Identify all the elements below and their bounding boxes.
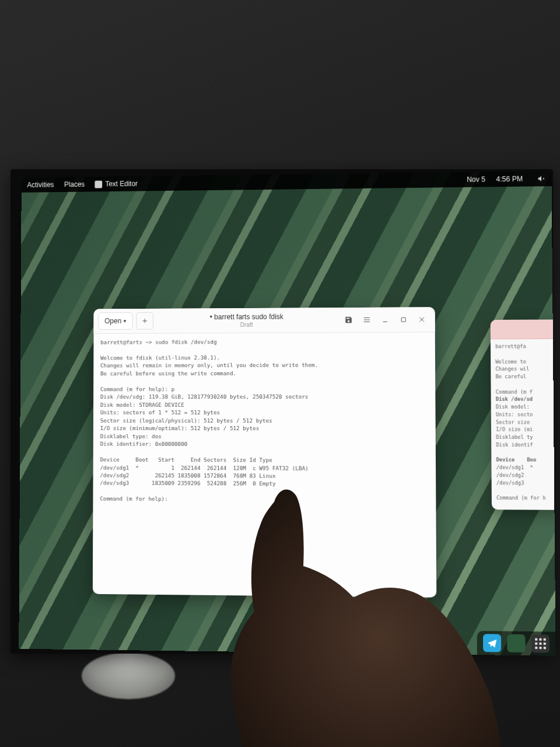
w2-line: barrett@fa bbox=[495, 343, 526, 349]
open-button-label: Open bbox=[104, 317, 121, 325]
screen: Activities Places Text Editor Nov 5 4:56… bbox=[19, 171, 555, 656]
show-apps-icon[interactable] bbox=[531, 634, 550, 652]
app-menu-label: Text Editor bbox=[105, 180, 138, 188]
new-tab-button[interactable]: ＋ bbox=[136, 312, 154, 330]
term-line: Command (m for help): p bbox=[100, 386, 174, 392]
secondary-window-body[interactable]: barrett@fa Welcome to Changes wil Be car… bbox=[491, 339, 556, 506]
window-headerbar: Open ▾ ＋ • barrett farts sudo fdisk Draf… bbox=[94, 307, 435, 334]
volume-muted-icon[interactable] bbox=[537, 174, 545, 183]
places-menu[interactable]: Places bbox=[64, 180, 85, 189]
w2-line: Units: secto bbox=[496, 411, 533, 417]
w2-line: Disklabel ty bbox=[496, 434, 533, 440]
activities-button[interactable]: Activities bbox=[27, 181, 54, 189]
topbar-spacer bbox=[148, 180, 456, 184]
w2-line: /dev/sdg2 bbox=[496, 472, 524, 478]
term-line: Disk identifier: 0x00000000 bbox=[100, 441, 188, 447]
svg-rect-0 bbox=[401, 317, 405, 322]
scene-root: Activities Places Text Editor Nov 5 4:56… bbox=[0, 0, 560, 747]
window-subtitle: Draft bbox=[153, 321, 340, 328]
term-line: I/O size (minimum/optimal): 512 bytes / … bbox=[100, 425, 260, 431]
w2-line: Sector size bbox=[496, 419, 530, 425]
term-line: Disklabel type: dos bbox=[100, 432, 162, 439]
text-editor-window: Open ▾ ＋ • barrett farts sudo fdisk Draf… bbox=[93, 307, 436, 598]
headerbar-right bbox=[340, 311, 430, 328]
maximize-button[interactable] bbox=[395, 312, 412, 328]
telegram-icon[interactable] bbox=[483, 634, 501, 652]
plus-icon: ＋ bbox=[141, 316, 149, 326]
term-line: /dev/sdg3 1835009 2359296 524288 256M 0 … bbox=[100, 480, 275, 487]
term-line: Device Boot Start End Sectors Size Id Ty… bbox=[100, 456, 272, 463]
headerbar-left: Open ▾ ＋ bbox=[98, 312, 153, 330]
term-line: barrett@farts ~> sudo fdisk /dev/sdg bbox=[100, 338, 216, 345]
w2-line: /dev/sdg1 * bbox=[496, 465, 533, 470]
term-line: /dev/sdg1 * 1 262144 262144 128M c W95 F… bbox=[100, 464, 308, 471]
app-menu[interactable]: Text Editor bbox=[95, 180, 138, 189]
w2-line: Welcome to bbox=[495, 358, 526, 364]
secondary-window-headerbar bbox=[491, 319, 556, 339]
open-button[interactable]: Open ▾ bbox=[98, 312, 132, 330]
minimize-button[interactable] bbox=[377, 312, 393, 328]
close-button[interactable] bbox=[414, 311, 430, 327]
hamburger-menu-icon[interactable] bbox=[359, 312, 375, 328]
w2-line: Changes wil bbox=[495, 366, 529, 372]
save-icon[interactable] bbox=[340, 312, 356, 328]
clock-time[interactable]: 4:56 PM bbox=[496, 175, 523, 184]
clock-date[interactable]: Nov 5 bbox=[467, 175, 485, 183]
w2-line: Disk identif bbox=[496, 442, 533, 448]
window-title: • barrett farts sudo fdisk Draft bbox=[153, 312, 340, 328]
w2-line: I/O size (mi bbox=[496, 427, 533, 432]
editor-text-area[interactable]: barrett@farts ~> sudo fdisk /dev/sdg Wel… bbox=[93, 333, 436, 598]
term-line: Be careful before using the write comman… bbox=[100, 370, 236, 376]
term-line: Changes will remain in memory only, unti… bbox=[100, 362, 318, 369]
w2-line: Be careful bbox=[496, 374, 527, 379]
w2-line: Disk /dev/sd bbox=[496, 396, 533, 402]
w2-line: Command (m for h bbox=[496, 495, 546, 501]
window-title-text: • barrett farts sudo fdisk bbox=[210, 313, 284, 322]
w2-line: /dev/sdg3 bbox=[496, 480, 524, 486]
chevron-down-icon: ▾ bbox=[124, 318, 127, 324]
term-line: Welcome to fdisk (util-linux 2.38.1). bbox=[100, 354, 220, 361]
term-line: /dev/sdg2 262145 1835008 1572864 768M 83… bbox=[100, 472, 275, 479]
secondary-window: barrett@fa Welcome to Changes wil Be car… bbox=[491, 319, 556, 510]
w2-line: Disk model: bbox=[496, 404, 530, 410]
term-line: Disk /dev/sdg: 119.38 GiB, 128177930240 … bbox=[100, 393, 309, 400]
text-editor-icon bbox=[95, 180, 103, 188]
term-line: Sector size (logical/physical): 512 byte… bbox=[100, 417, 272, 424]
monitor-stand bbox=[82, 652, 175, 699]
term-line: Units: sectors of 1 * 512 = 512 bytes bbox=[100, 409, 220, 416]
w2-line: Device Boo bbox=[496, 457, 537, 463]
term-line: Command (m for help): bbox=[100, 495, 167, 502]
dash-dock bbox=[477, 631, 556, 656]
w2-line: Command (m f bbox=[496, 389, 533, 395]
term-line: Disk model: STORAGE DEVICE bbox=[100, 402, 184, 408]
dock-app-icon[interactable] bbox=[507, 634, 525, 652]
